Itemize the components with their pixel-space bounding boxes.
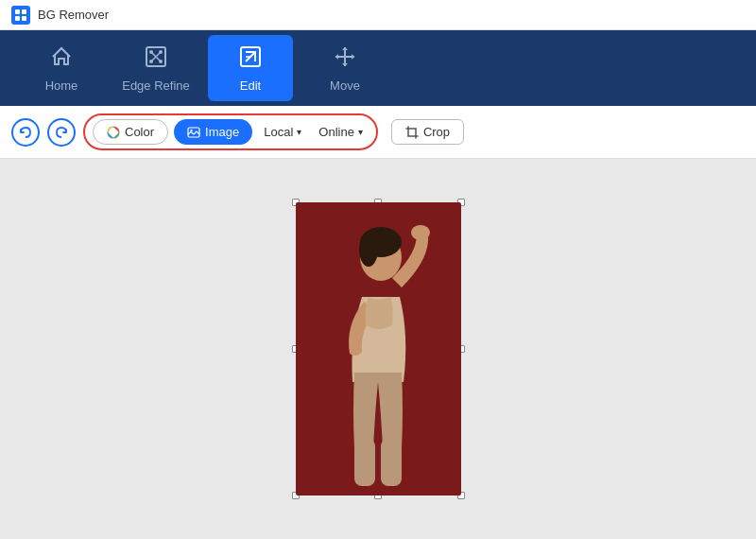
image-icon [187,126,200,139]
crop-button[interactable]: Crop [391,119,464,145]
color-button[interactable]: Color [93,119,168,145]
crop-icon [405,126,419,139]
nav-bar: Home Edge Refine Edit [0,30,756,106]
svg-rect-3 [22,16,26,21]
svg-point-17 [411,225,430,240]
redo-button[interactable] [47,118,76,147]
svg-rect-19 [381,439,402,486]
svg-point-13 [190,129,192,130]
svg-point-7 [149,60,153,63]
color-label: Color [125,125,154,139]
svg-point-8 [159,60,163,63]
svg-point-5 [149,50,153,54]
nav-label-edit: Edit [240,78,261,93]
nav-item-home[interactable]: Home [19,35,104,101]
undo-button[interactable] [11,118,40,147]
home-icon [49,44,74,73]
app-logo [11,6,30,25]
nav-label-move: Move [330,78,360,93]
canvas-area [0,159,756,539]
local-dropdown[interactable]: Local ▾ [258,120,307,144]
svg-rect-0 [15,9,20,14]
edit-icon [238,44,263,73]
online-dropdown[interactable]: Online ▾ [313,120,369,144]
image-button[interactable]: Image [174,119,252,145]
edge-refine-icon [144,44,168,73]
nav-item-edge-refine[interactable]: Edge Refine [113,35,198,101]
svg-point-11 [112,130,116,134]
background-tools-group: Color Image Local ▾ Online ▾ [83,113,378,150]
online-chevron-icon: ▾ [358,127,363,137]
image-label: Image [205,125,239,139]
image-container[interactable] [296,202,461,496]
color-wheel-icon [107,126,120,139]
svg-point-16 [359,233,378,267]
toolbar: Color Image Local ▾ Online ▾ Crop [0,106,756,159]
svg-point-6 [159,50,163,54]
local-chevron-icon: ▾ [297,127,301,137]
person-svg [317,221,439,496]
title-bar: BG Remover [0,0,756,30]
nav-item-move[interactable]: Move [302,35,387,101]
svg-rect-2 [15,16,20,21]
nav-label-home: Home [45,78,78,93]
nav-item-edit[interactable]: Edit [208,35,293,101]
svg-rect-18 [354,439,375,486]
svg-rect-1 [22,9,26,14]
online-label: Online [318,125,354,139]
local-label: Local [264,125,293,139]
move-icon [333,44,357,73]
crop-label: Crop [423,125,450,139]
app-title: BG Remover [38,8,109,22]
subject-image [296,202,461,496]
nav-label-edge-refine: Edge Refine [122,78,190,93]
